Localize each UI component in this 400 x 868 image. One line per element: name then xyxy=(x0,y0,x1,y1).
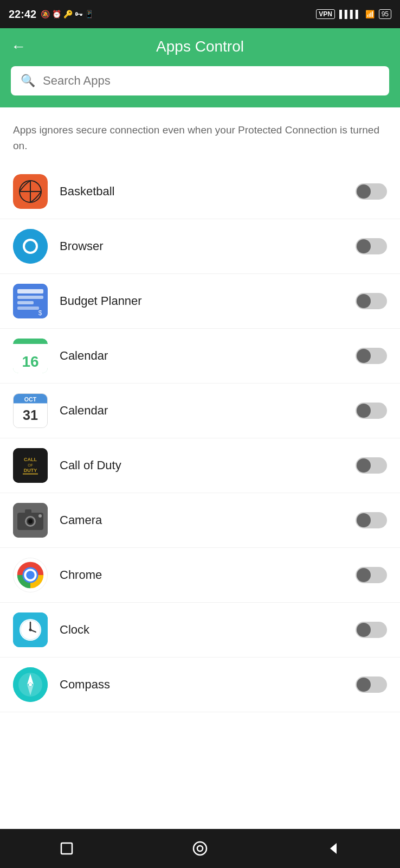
calendar1-toggle[interactable] xyxy=(356,348,387,364)
status-bar: 22:42 🔕 ⏰ 🔑 🗝 📱 VPN ▌▌▌▌ 📶 95 xyxy=(0,0,400,28)
svg-point-36 xyxy=(26,571,35,579)
svg-rect-48 xyxy=(61,843,72,854)
search-icon: 🔍 xyxy=(21,74,35,88)
budget-toggle[interactable] xyxy=(356,293,387,309)
browser-app-name: Browser xyxy=(60,239,356,253)
signal-icon: ▌▌▌▌ xyxy=(339,10,361,18)
list-item: $ Budget Planner xyxy=(0,274,400,329)
svg-point-42 xyxy=(29,629,32,631)
chrome-toggle[interactable] xyxy=(356,567,387,583)
wifi-icon: 📶 xyxy=(365,10,375,18)
description-text: Apps ignores secure connection even when… xyxy=(0,107,400,159)
search-container: 🔍 xyxy=(0,66,400,107)
list-item: Camera xyxy=(0,493,400,548)
svg-rect-31 xyxy=(25,509,31,514)
svg-point-32 xyxy=(38,514,42,518)
budget-app-icon: $ xyxy=(13,284,48,318)
status-icons: 🔕 ⏰ 🔑 🗝 📱 xyxy=(41,10,94,18)
search-box: 🔍 xyxy=(11,66,389,95)
list-item: Clock xyxy=(0,603,400,658)
svg-text:31: 31 xyxy=(23,407,38,423)
list-item: Basketball xyxy=(0,164,400,219)
svg-point-47 xyxy=(29,683,32,686)
svg-rect-25 xyxy=(23,473,38,475)
calendar1-app-icon: 16 xyxy=(13,339,48,373)
key2-icon: 🗝 xyxy=(75,10,82,18)
list-item: OCT 31 Calendar xyxy=(0,384,400,438)
nav-back-button[interactable] xyxy=(325,840,342,857)
basketball-toggle[interactable] xyxy=(356,183,387,200)
svg-rect-11 xyxy=(17,307,39,310)
budget-app-name: Budget Planner xyxy=(60,294,356,308)
svg-rect-9 xyxy=(17,296,43,299)
camera-app-name: Camera xyxy=(60,513,356,527)
search-input[interactable] xyxy=(43,74,379,88)
app-list: Basketball Browser $ Budget Planne xyxy=(0,159,400,829)
page-title: Apps Control xyxy=(37,38,363,55)
svg-rect-10 xyxy=(17,301,34,304)
list-item: CALL OF DUTY Call of Duty xyxy=(0,438,400,493)
basketball-app-name: Basketball xyxy=(60,184,356,199)
svg-text:$: $ xyxy=(38,309,42,317)
compass-app-icon xyxy=(13,667,48,702)
compass-toggle[interactable] xyxy=(356,676,387,693)
alarm-icon: ⏰ xyxy=(52,10,61,18)
header: ← Apps Control xyxy=(0,28,400,66)
list-item: Compass xyxy=(0,658,400,712)
calendar1-app-name: Calendar xyxy=(60,349,356,363)
svg-text:OCT: OCT xyxy=(24,396,37,403)
camera-app-icon xyxy=(13,503,48,538)
svg-point-49 xyxy=(193,842,207,855)
compass-app-name: Compass xyxy=(60,678,356,692)
browser-toggle[interactable] xyxy=(356,238,387,254)
nav-home-button[interactable] xyxy=(191,840,209,857)
svg-text:16: 16 xyxy=(22,353,38,370)
svg-point-30 xyxy=(28,519,33,524)
cod-app-name: Call of Duty xyxy=(60,458,356,473)
calendar2-toggle[interactable] xyxy=(356,403,387,419)
clock-app-name: Clock xyxy=(60,623,356,637)
svg-text:CALL: CALL xyxy=(24,457,37,462)
vpn-badge: VPN xyxy=(316,9,335,19)
mute-icon: 🔕 xyxy=(41,10,50,18)
cod-toggle[interactable] xyxy=(356,457,387,474)
svg-marker-51 xyxy=(330,843,337,854)
clock-toggle[interactable] xyxy=(356,622,387,638)
browser-app-icon xyxy=(13,229,48,264)
phone-icon: 📱 xyxy=(85,10,94,18)
status-time: 22:42 🔕 ⏰ 🔑 🗝 📱 xyxy=(9,8,94,21)
clock-app-icon xyxy=(13,612,48,647)
chrome-app-icon xyxy=(13,558,48,592)
nav-bar xyxy=(0,829,400,868)
list-item: 16 Calendar xyxy=(0,329,400,384)
list-item: Browser xyxy=(0,219,400,274)
svg-text:DUTY: DUTY xyxy=(24,468,37,473)
calendar2-app-icon: OCT 31 xyxy=(13,393,48,428)
nav-recent-button[interactable] xyxy=(58,840,75,857)
chrome-app-name: Chrome xyxy=(60,568,356,582)
battery-indicator: 95 xyxy=(379,9,391,19)
key-icon: 🔑 xyxy=(63,10,73,18)
list-item: Chrome xyxy=(0,548,400,603)
status-right: VPN ▌▌▌▌ 📶 95 xyxy=(316,9,391,19)
cod-app-icon: CALL OF DUTY xyxy=(13,448,48,483)
svg-point-50 xyxy=(197,846,203,851)
back-button[interactable]: ← xyxy=(11,38,26,55)
svg-text:OF: OF xyxy=(28,463,33,467)
camera-toggle[interactable] xyxy=(356,512,387,528)
svg-point-6 xyxy=(25,241,36,252)
calendar2-app-name: Calendar xyxy=(60,404,356,418)
svg-rect-8 xyxy=(17,289,43,293)
basketball-app-icon xyxy=(13,174,48,209)
